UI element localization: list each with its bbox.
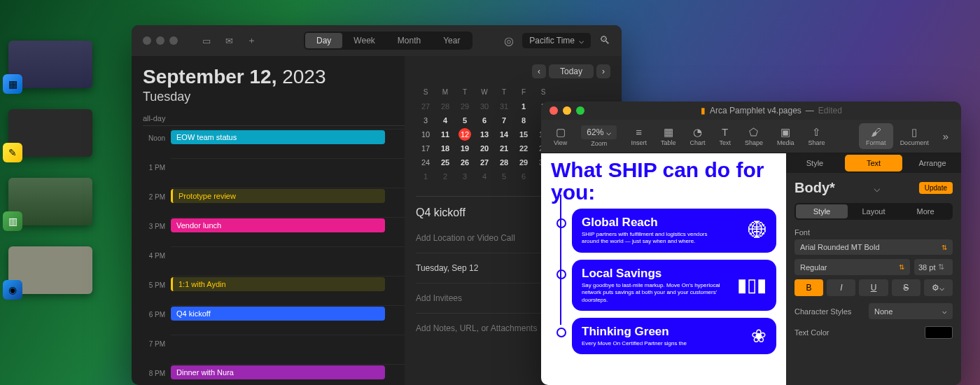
view-segmented[interactable]: Day Week Month Year: [304, 31, 472, 50]
minical-day[interactable]: 18: [435, 141, 455, 155]
minical-day[interactable]: 29: [514, 155, 533, 169]
insert-button[interactable]: ≡Insert: [624, 126, 654, 146]
minical-day[interactable]: 17: [416, 141, 435, 155]
minical-day[interactable]: 13: [475, 127, 494, 141]
underline-button[interactable]: U: [859, 279, 888, 296]
view-button[interactable]: ▢View: [547, 126, 574, 146]
minical-day[interactable]: 14: [494, 127, 514, 141]
minical-day[interactable]: 4: [435, 113, 455, 127]
zoom-select[interactable]: 62% ⌵Zoom: [574, 125, 624, 147]
subtab-more[interactable]: More: [899, 204, 951, 218]
document-button[interactable]: ▯Document: [893, 126, 936, 146]
calendar-event[interactable]: Prototype review: [171, 189, 385, 203]
font-family-select[interactable]: Arial Rounded MT Bold: [794, 239, 953, 255]
update-style-button[interactable]: Update: [919, 182, 953, 194]
thumb-numbers[interactable]: ▥: [8, 178, 92, 225]
prev-button[interactable]: ‹: [532, 64, 546, 78]
add-event-button[interactable]: ＋: [242, 33, 260, 48]
minical-day[interactable]: 8: [514, 113, 533, 127]
search-icon[interactable]: 🔍︎: [599, 34, 610, 47]
leaf-icon: ❀: [751, 326, 766, 347]
timezone-select[interactable]: Pacific Time⌵: [522, 33, 591, 48]
tab-arrange[interactable]: Arrange: [904, 153, 961, 173]
text-color-swatch[interactable]: [925, 326, 953, 339]
calendars-button[interactable]: ▭: [197, 33, 216, 48]
minical-day[interactable]: 12: [458, 128, 471, 141]
minical-day[interactable]: 24: [416, 155, 435, 169]
thumb-keynote[interactable]: ▦: [8, 41, 92, 88]
view-day[interactable]: Day: [305, 33, 342, 48]
doc-heading: What SHIP can do for you:: [551, 159, 776, 203]
view-year[interactable]: Year: [432, 33, 471, 48]
text-button[interactable]: TText: [712, 126, 738, 146]
minical-day[interactable]: 20: [475, 141, 494, 155]
thumb-notes[interactable]: ✎: [8, 109, 92, 157]
minical-day[interactable]: 3: [455, 169, 475, 183]
minical-day[interactable]: 30: [475, 99, 494, 113]
preview-icon: ◉: [3, 280, 22, 300]
calendar-event[interactable]: 1:1 with Aydin: [171, 277, 385, 291]
availability-icon[interactable]: ◎: [504, 34, 514, 48]
next-button[interactable]: ›: [596, 64, 610, 78]
calendar-event[interactable]: Q4 kickoff: [171, 307, 385, 321]
minical-day[interactable]: 15: [514, 127, 533, 141]
font-weight-select[interactable]: Regular: [794, 259, 910, 275]
minical-day[interactable]: 2: [435, 169, 455, 183]
minical-day[interactable]: 5: [455, 113, 475, 127]
paragraph-style[interactable]: Body*: [794, 180, 835, 196]
subtab-style[interactable]: Style: [796, 204, 848, 218]
calendar-event[interactable]: EOW team status: [171, 130, 385, 144]
minical-day[interactable]: 4: [475, 169, 494, 183]
document-canvas[interactable]: What SHIP can do for you: Global ReachSH…: [541, 153, 786, 385]
minical-day[interactable]: 25: [435, 155, 455, 169]
minical-day[interactable]: 29: [455, 99, 475, 113]
chart-button[interactable]: ◔Chart: [682, 126, 712, 146]
inbox-button[interactable]: ✉: [220, 33, 238, 48]
minical-day[interactable]: 27: [475, 155, 494, 169]
minical-day[interactable]: 31: [494, 99, 514, 113]
minical-day[interactable]: 6: [514, 169, 533, 183]
char-style-select[interactable]: None⌵: [869, 303, 953, 319]
minical-day[interactable]: 5: [494, 169, 514, 183]
view-week[interactable]: Week: [342, 33, 386, 48]
calendar-event[interactable]: Vendor lunch: [171, 218, 385, 232]
traffic-lights[interactable]: [143, 36, 178, 45]
minical-day[interactable]: 26: [455, 155, 475, 169]
minical-day[interactable]: 28: [494, 155, 514, 169]
calendar-titlebar: ▭ ✉ ＋ Day Week Month Year ◎ Pacific Time…: [132, 25, 622, 56]
minical-day[interactable]: 28: [435, 99, 455, 113]
tab-style[interactable]: Style: [786, 153, 844, 173]
minical-day[interactable]: 7: [494, 113, 514, 127]
share-button[interactable]: ⇧Share: [802, 126, 832, 146]
minical-day[interactable]: 10: [416, 127, 435, 141]
italic-button[interactable]: I: [827, 279, 855, 296]
timeline[interactable]: NoonEOW team status1 PM2 PMPrototype rev…: [143, 129, 405, 385]
minical-day[interactable]: 6: [475, 113, 494, 127]
today-button[interactable]: Today: [549, 64, 594, 78]
minical-day[interactable]: 1: [514, 99, 533, 113]
minical-day[interactable]: 27: [416, 99, 435, 113]
doc-card-1: Global ReachSHIP partners with fulfillme…: [572, 209, 776, 253]
document-icon: ▮: [701, 106, 706, 115]
format-button[interactable]: 🖌Format: [859, 123, 893, 149]
thumb-preview[interactable]: ◉: [8, 246, 92, 294]
media-button[interactable]: ▣Media: [770, 126, 802, 146]
minical-day[interactable]: 3: [416, 113, 435, 127]
minical-day[interactable]: 19: [455, 141, 475, 155]
shape-button[interactable]: ⬠Shape: [738, 126, 770, 146]
tab-text[interactable]: Text: [845, 155, 902, 172]
table-button[interactable]: ▦Table: [654, 126, 683, 146]
minical-day[interactable]: 11: [435, 127, 455, 141]
view-month[interactable]: Month: [386, 33, 432, 48]
minical-day[interactable]: 22: [514, 141, 533, 155]
calendar-event[interactable]: Dinner with Nura: [171, 365, 385, 379]
advanced-font-button[interactable]: ⚙⌵: [924, 279, 953, 296]
more-button[interactable]: »: [936, 130, 955, 143]
subtab-layout[interactable]: Layout: [848, 204, 899, 218]
minical-day[interactable]: 21: [494, 141, 514, 155]
minical-day[interactable]: 1: [416, 169, 435, 183]
traffic-lights[interactable]: [550, 106, 584, 115]
bold-button[interactable]: B: [794, 279, 823, 296]
font-size-field[interactable]: 38 pt⇅: [914, 259, 953, 275]
strike-button[interactable]: S: [892, 279, 920, 296]
